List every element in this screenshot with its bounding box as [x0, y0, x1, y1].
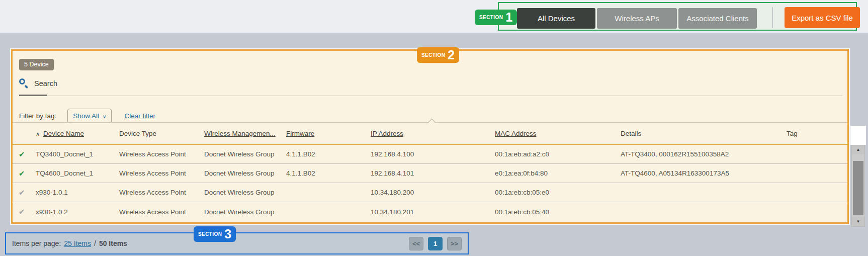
scroll-up-button[interactable]: ▲ [852, 145, 864, 154]
scroll-down-button[interactable]: ▼ [852, 217, 864, 226]
search-input[interactable] [34, 79, 195, 88]
device-table-panel: 5 Device Filter by tag: Show All ∨ Clear… [11, 49, 849, 224]
toolbar-divider [772, 7, 773, 28]
table-row[interactable]: ✔ x930-1.0.1 Wireless Access Point Docne… [13, 183, 847, 202]
status-check-icon: ✔ [19, 169, 36, 178]
tab-associated-clients[interactable]: Associated Clients [678, 8, 757, 29]
search-underline [19, 96, 842, 96]
status-check-icon: ✔ [19, 150, 36, 159]
page-size-link[interactable]: 25 Items [64, 239, 91, 247]
table-scrollbar[interactable]: ▲ ▼ [851, 145, 865, 227]
chevron-down-icon: ∨ [103, 114, 106, 119]
cell-device-name: TQ4600_Docnet_1 [36, 169, 119, 177]
table-header-row: ∧Device Name Device Type Wireless Manage… [13, 122, 847, 145]
tab-wireless-aps[interactable]: Wireless APs [597, 8, 677, 29]
column-tag: Tag [787, 130, 847, 137]
clear-filter-link[interactable]: Clear filter [124, 112, 155, 120]
cell-mac-address: e0:1a:ea:0f:b4:80 [495, 169, 621, 177]
search-bar [19, 78, 195, 88]
annotation-label: SECTION [421, 52, 445, 58]
tag-filter-value: Show All [73, 112, 99, 120]
annotation-section-3-badge: SECTION 3 [194, 226, 236, 242]
cell-wireless-group: Docnet Wireless Group [204, 189, 286, 196]
status-check-icon: ✔ [19, 188, 36, 197]
column-wireless-management[interactable]: Wireless Managemen... [204, 130, 286, 137]
scrollbar-gutter [850, 126, 866, 145]
cell-device-name: x930-1.0.1 [36, 189, 119, 196]
column-device-type: Device Type [119, 130, 204, 137]
cell-ip-address: 192.168.4.100 [371, 150, 495, 158]
sort-asc-icon: ∧ [36, 131, 40, 137]
column-mac-address[interactable]: MAC Address [495, 130, 621, 137]
cell-wireless-group: Docnet Wireless Group [204, 208, 286, 216]
cell-wireless-group: Docnet Wireless Group [204, 150, 286, 158]
table-row[interactable]: ✔ TQ4600_Docnet_1 Wireless Access Point … [13, 164, 847, 183]
cell-mac-address: 00:1a:eb:cb:05:40 [495, 208, 621, 216]
cell-device-type: Wireless Access Point [119, 150, 204, 158]
prev-page-button[interactable]: << [409, 237, 423, 250]
annotation-number: 1 [505, 11, 512, 24]
cell-device-name: x930-1.0.2 [36, 208, 119, 216]
column-firmware[interactable]: Firmware [286, 130, 371, 137]
cell-wireless-group: Docnet Wireless Group [204, 169, 286, 177]
filter-by-tag-label: Filter by tag: [19, 112, 56, 120]
cell-details: AT-TQ3400, 000162R155100358A2 [621, 150, 787, 158]
column-device-name[interactable]: ∧Device Name [36, 130, 119, 137]
current-page-button[interactable]: 1 [428, 237, 443, 250]
scrollbar-thumb[interactable] [853, 161, 863, 215]
cell-device-type: Wireless Access Point [119, 189, 204, 196]
top-toolbar: All Devices Wireless APs Associated Clie… [0, 0, 868, 33]
cell-mac-address: 00:1a:eb:cb:05:e0 [495, 189, 621, 196]
next-page-button[interactable]: >> [447, 237, 462, 250]
column-details: Details [621, 130, 787, 137]
items-per-page-label: Items per page: [12, 239, 61, 247]
total-items-label: 50 Items [99, 239, 127, 247]
export-csv-button[interactable]: Export as CSV file [785, 7, 860, 28]
cell-device-type: Wireless Access Point [119, 169, 204, 177]
items-per-page-group: Items per page: 25 Items / 50 Items [12, 239, 127, 247]
cell-ip-address: 192.168.4.101 [371, 169, 495, 177]
column-ip-address[interactable]: IP Address [371, 130, 495, 137]
pagination-separator: / [94, 239, 96, 247]
cell-mac-address: 00:1a:eb:ad:a2:c0 [495, 150, 621, 158]
device-count-badge: 5 Device [19, 59, 54, 70]
cell-firmware: 4.1.1.B02 [286, 150, 371, 158]
tab-all-devices[interactable]: All Devices [517, 8, 595, 29]
status-check-icon: ✔ [19, 207, 36, 216]
table-row[interactable]: ✔ x930-1.0.2 Wireless Access Point Docne… [13, 202, 847, 221]
annotation-section-1-badge: SECTION 1 [475, 10, 517, 25]
tag-filter-dropdown[interactable]: Show All ∨ [67, 109, 112, 123]
cell-firmware: 4.1.1.B02 [286, 169, 371, 177]
pagination-bar: Items per page: 25 Items / 50 Items << 1… [5, 232, 469, 254]
tag-filter-row: Filter by tag: Show All ∨ Clear filter [19, 108, 155, 123]
cell-details: AT-TQ4600, A05134R163300173A5 [621, 169, 787, 177]
cell-device-name: TQ3400_Docnet_1 [36, 150, 119, 158]
device-view-tabs: All Devices Wireless APs Associated Clie… [517, 8, 757, 29]
cell-ip-address: 10.34.180.201 [371, 208, 495, 216]
annotation-label: SECTION [198, 231, 222, 237]
search-icon [19, 78, 29, 88]
annotation-section-2-badge: SECTION 2 [417, 47, 459, 63]
annotation-section1-box: All Devices Wireless APs Associated Clie… [498, 2, 857, 31]
cell-device-type: Wireless Access Point [119, 208, 204, 216]
annotation-number: 3 [224, 228, 231, 240]
cell-ip-address: 10.34.180.200 [371, 189, 495, 196]
annotation-label: SECTION [479, 15, 503, 20]
annotation-number: 2 [448, 49, 455, 61]
page-controls: << 1 >> [409, 237, 462, 250]
table-row[interactable]: ✔ TQ3400_Docnet_1 Wireless Access Point … [13, 145, 847, 164]
